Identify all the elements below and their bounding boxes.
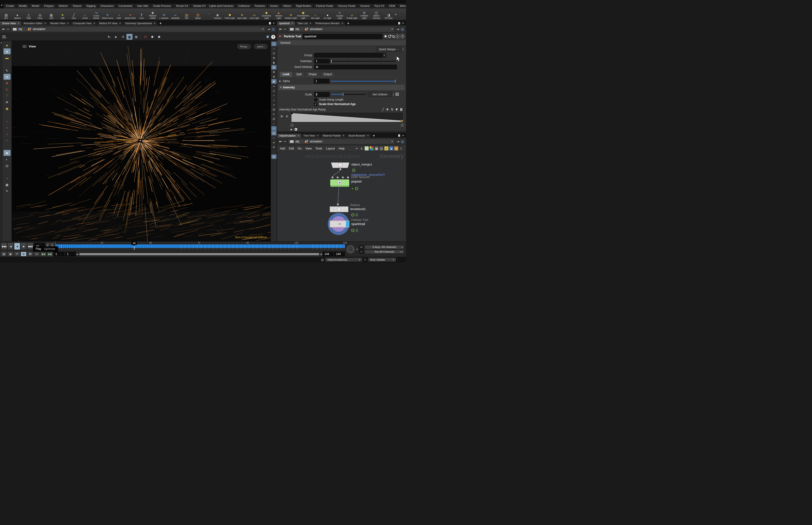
node-output-dot[interactable] (339, 168, 341, 170)
go-start-button[interactable]: ▮◀◀ (1, 243, 7, 250)
ramp-interp-icon[interactable]: ▼ (294, 128, 297, 131)
image-icon[interactable]: ▲ (389, 146, 393, 150)
tab-general[interactable]: General (277, 40, 406, 46)
tab-look[interactable]: Look (279, 72, 293, 77)
node-name-field[interactable]: sparktrail (303, 34, 383, 39)
shelf-tool[interactable]: ☼ Sky Light (309, 9, 321, 20)
pane-menu-caret-icon[interactable]: ▼ (402, 134, 404, 137)
viewport-tool-icon[interactable] (3, 112, 11, 118)
viewport-tool-icon[interactable]: ◈ (3, 48, 11, 54)
display-option-icon[interactable]: ⌐ (271, 121, 277, 126)
keys-info-button[interactable]: 0 keys, 0/0 channels▲ (365, 245, 404, 249)
pane-tab[interactable]: /obj/simulation × (277, 133, 302, 138)
shelf-set-tab[interactable]: Hair Utils (135, 3, 151, 9)
new-pane-tab-button[interactable]: + (346, 21, 351, 25)
paren-icon[interactable]: ❨ (399, 146, 403, 150)
viewport-tool-icon[interactable]: ⤒ (3, 93, 11, 99)
menu-layout[interactable]: Layout (326, 147, 335, 150)
breadcrumb-current[interactable]: simulation (33, 28, 45, 31)
display-option-icon[interactable]: 12 (271, 107, 277, 112)
menu-edit[interactable]: Edit (289, 147, 294, 150)
pane-layout-icon[interactable] (398, 134, 400, 137)
new-pane-tab-button[interactable]: + (158, 21, 164, 25)
display-option-icon[interactable]: ▦ (271, 79, 277, 84)
snapshot-icon[interactable]: ✱ (156, 34, 162, 40)
shelf-set-tab[interactable]: Viscous Fluids (335, 3, 358, 9)
shelf-tool[interactable]: @ Spiral (192, 9, 203, 20)
pane-tab[interactable]: Asset Browser × (346, 133, 371, 138)
dice-icon[interactable]: ⚄ (395, 92, 399, 97)
shelf-tool[interactable]: ✦ Spray Paint (124, 9, 136, 20)
spinner-icon[interactable]: ▲▼ (393, 93, 394, 96)
toolbar-drag-handle-icon[interactable] (2, 35, 5, 38)
back-arrow-icon[interactable]: ⬅ (279, 27, 282, 31)
close-tab-icon[interactable]: × (292, 22, 293, 25)
set-key-button[interactable] (346, 245, 355, 254)
layout-presets-icon[interactable]: ⚉ (266, 35, 269, 39)
shelf-tool[interactable]: ◉ Environment Light (297, 9, 309, 20)
menu-help[interactable]: Help (339, 147, 345, 150)
display-option-icon[interactable]: ◘ (271, 51, 277, 56)
substeps-field[interactable]: 1 (314, 59, 330, 63)
close-tab-icon[interactable]: × (45, 22, 46, 25)
shelf-set-tab[interactable]: Characters (98, 3, 116, 9)
shelf-tool[interactable]: ◆ Geometry Light (260, 9, 273, 20)
node-input-dot[interactable] (342, 177, 344, 178)
scale-field[interactable]: 2 (314, 92, 330, 97)
box-icon[interactable]: ▭ (394, 146, 398, 150)
ramp-move-tool-icon[interactable]: ✥ (386, 108, 388, 111)
display-option-icon[interactable]: ✣ (271, 145, 277, 149)
viewport-tool-icon[interactable]: ◉ (3, 106, 11, 111)
viewport-tool-icon[interactable]: ◙ (3, 150, 11, 156)
search-icon[interactable] (392, 35, 395, 38)
viewport-tool-icon[interactable]: ↖ (3, 68, 11, 73)
shelf-tool[interactable]: ◙ Camera (212, 9, 224, 20)
tab-shape[interactable]: Shape (305, 72, 320, 77)
pin-icon[interactable]: ⇥ (396, 139, 399, 144)
breadcrumb-current[interactable]: simulation (310, 140, 322, 143)
scale-slider[interactable] (331, 94, 366, 95)
close-tab-icon[interactable]: × (342, 22, 343, 25)
viewport-tool-icon[interactable]: ✥ (3, 80, 11, 86)
breadcrumb-current[interactable]: simulation (310, 28, 322, 31)
shelf-set-tab[interactable]: Polygon (42, 3, 57, 9)
tick-display-icon[interactable]: ⅡⅡ (27, 252, 33, 256)
node-input-dot[interactable] (337, 204, 339, 205)
shelf-set-tab[interactable]: Vellum (280, 3, 294, 9)
pane-tab[interactable]: Tree View × (301, 133, 321, 138)
grid-view-icon[interactable]: ▦ (374, 146, 379, 150)
viewport-tool-icon[interactable]: ▣ (3, 182, 11, 188)
shelf-tool[interactable]: T Font (136, 9, 147, 20)
node-popnet[interactable]: ⬢ (330, 179, 349, 186)
forward-arrow-icon[interactable]: ➡ (6, 27, 10, 31)
close-tab-icon[interactable]: × (154, 22, 155, 25)
group-field[interactable] (314, 53, 383, 58)
ramp-curve-editor[interactable] (291, 112, 404, 123)
menu-go[interactable]: Go (298, 147, 302, 150)
shelf-set-tab[interactable]: Collisions (236, 3, 252, 9)
playback-start-field[interactable]: 1 (65, 252, 76, 256)
path-dropdown-caret-icon[interactable]: ▼ (391, 140, 393, 142)
shelf-more-icon[interactable]: ▶ (395, 13, 397, 15)
viewport-tool-icon[interactable]: ◘ (3, 74, 11, 80)
substeps-slider[interactable] (331, 61, 396, 62)
shelf-set-tab[interactable]: Constraints (116, 3, 135, 9)
shelf-tool[interactable]: ▲ Volume Light (273, 9, 285, 20)
channel-scope-icon[interactable]: ⇄ (359, 245, 364, 249)
close-tab-icon[interactable]: × (367, 134, 368, 137)
ramp-gear-icon[interactable]: ✱ (395, 108, 398, 111)
new-pane-tab-button[interactable]: + (371, 134, 377, 138)
shelf-tool[interactable]: ✦ Spot Light (236, 9, 248, 20)
shelf-tool[interactable]: ╱ Line (68, 9, 79, 20)
playhead-flag[interactable]: 40 (131, 242, 137, 245)
close-tab-icon[interactable]: × (67, 22, 68, 25)
display-option-icon[interactable]: ⊗ (271, 56, 277, 60)
display-option-icon[interactable]: ▰ (271, 140, 277, 145)
shelf-set-tab[interactable]: Terrain FX (173, 3, 191, 9)
shelf-set-tab[interactable]: Grains (267, 3, 280, 9)
key-options-caret-icon[interactable]: ▼ (356, 248, 358, 251)
shelf-set-tab[interactable]: Lights and Cameras (206, 3, 236, 9)
display-option-icon[interactable]: ◌ (271, 150, 277, 154)
pane-layout-icon[interactable] (269, 22, 271, 25)
shelf-set-tab[interactable]: Wires (397, 3, 406, 9)
